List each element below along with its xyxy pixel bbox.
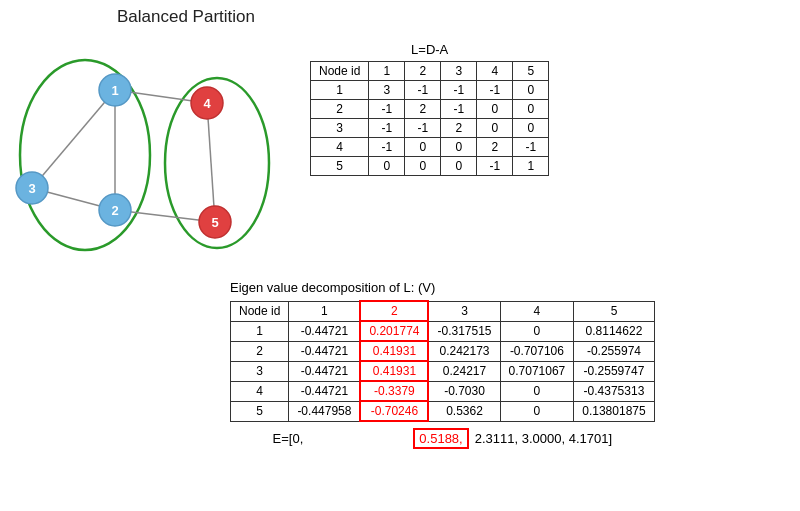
- graph-area: 1 2 3 4 5: [10, 35, 300, 275]
- eigen-footer-end: 2.3111, 3.0000, 4.1701]: [475, 431, 612, 446]
- eigen-title: Eigen value decomposition of L: (V): [230, 280, 655, 295]
- eigen-cell-0-3: -0.317515: [428, 321, 500, 341]
- eigen-table: Node id 1 2 3 4 5 1-0.447210.201774-0.31…: [230, 300, 655, 422]
- matrix-row-4: 4-1002-1: [311, 138, 549, 157]
- matrix-cell-0-4: -1: [477, 81, 513, 100]
- matrix-cell-3-2: 0: [405, 138, 441, 157]
- eigen-footer-highlight: 0.5188,: [413, 428, 468, 449]
- eigen-cell-1-0: 2: [231, 341, 289, 361]
- matrix-cell-2-1: -1: [369, 119, 405, 138]
- matrix-row-2: 2-12-100: [311, 100, 549, 119]
- eigen-cell-0-0: 1: [231, 321, 289, 341]
- eigen-cell-2-3: 0.24217: [428, 361, 500, 381]
- matrix-cell-0-3: -1: [441, 81, 477, 100]
- eigen-cell-4-4: 0: [500, 401, 574, 421]
- eigen-cell-3-0: 4: [231, 381, 289, 401]
- matrix-col-header-4: 4: [477, 62, 513, 81]
- eigen-col-header-5: 5: [574, 301, 654, 321]
- eigen-cell-0-5: 0.8114622: [574, 321, 654, 341]
- graph-svg: 1 2 3 4 5: [10, 35, 300, 275]
- eigen-cell-1-5: -0.255974: [574, 341, 654, 361]
- matrix-cell-3-0: 4: [311, 138, 369, 157]
- matrix-cell-4-4: -1: [477, 157, 513, 176]
- matrix-cell-4-3: 0: [441, 157, 477, 176]
- edge-4-5: [207, 103, 215, 222]
- eigen-cell-4-1: -0.447958: [289, 401, 361, 421]
- matrix-col-header-nodeid: Node id: [311, 62, 369, 81]
- matrix-header-row: Node id 1 2 3 4 5: [311, 62, 549, 81]
- matrix-cell-4-1: 0: [369, 157, 405, 176]
- eigen-row-5: 5-0.447958-0.702460.536200.13801875: [231, 401, 655, 421]
- matrix-cell-3-4: 2: [477, 138, 513, 157]
- matrix-cell-1-1: -1: [369, 100, 405, 119]
- eigen-cell-2-1: -0.44721: [289, 361, 361, 381]
- node-2-label: 2: [111, 203, 118, 218]
- eigen-cell-1-1: -0.44721: [289, 341, 361, 361]
- eigen-cell-4-0: 5: [231, 401, 289, 421]
- matrix-cell-1-2: 2: [405, 100, 441, 119]
- eigen-section: Eigen value decomposition of L: (V) Node…: [230, 280, 655, 449]
- eigen-cell-1-3: 0.242173: [428, 341, 500, 361]
- page-title: Balanced Partition: [117, 7, 255, 27]
- node-1-label: 1: [111, 83, 118, 98]
- eigen-footer: E=[0,0.5188,2.3111, 3.0000, 4.1701]: [230, 428, 655, 449]
- eigen-cell-2-2: 0.41931: [360, 361, 428, 381]
- laplacian-matrix-table: Node id 1 2 3 4 5 13-1-1-102-12-1003-1-1…: [310, 61, 549, 176]
- eigen-col-header-nodeid: Node id: [231, 301, 289, 321]
- eigen-footer-start: E=[0,: [273, 431, 304, 446]
- eigen-row-1: 1-0.447210.201774-0.31751500.8114622: [231, 321, 655, 341]
- matrix-title: L=D-A: [310, 42, 549, 57]
- matrix-cell-2-2: -1: [405, 119, 441, 138]
- eigen-row-3: 3-0.447210.419310.242170.7071067-0.25597…: [231, 361, 655, 381]
- eigen-row-4: 4-0.44721-0.3379-0.70300-0.4375313: [231, 381, 655, 401]
- eigen-row-2: 2-0.447210.419310.242173-0.707106-0.2559…: [231, 341, 655, 361]
- eigen-cell-1-4: -0.707106: [500, 341, 574, 361]
- eigen-cell-0-4: 0: [500, 321, 574, 341]
- matrix-col-header-5: 5: [513, 62, 549, 81]
- eigen-col-header-3: 3: [428, 301, 500, 321]
- matrix-cell-1-4: 0: [477, 100, 513, 119]
- edge-1-3: [32, 90, 115, 188]
- eigen-col-header-2: 2: [360, 301, 428, 321]
- matrix-cell-0-2: -1: [405, 81, 441, 100]
- eigen-body: 1-0.447210.201774-0.31751500.81146222-0.…: [231, 321, 655, 421]
- matrix-col-header-3: 3: [441, 62, 477, 81]
- matrix-section: L=D-A Node id 1 2 3 4 5 13-1-1-102-12-10…: [310, 42, 549, 176]
- eigen-cell-4-2: -0.70246: [360, 401, 428, 421]
- matrix-cell-2-4: 0: [477, 119, 513, 138]
- matrix-cell-0-5: 0: [513, 81, 549, 100]
- eigen-cell-3-4: 0: [500, 381, 574, 401]
- matrix-cell-1-0: 2: [311, 100, 369, 119]
- matrix-cell-1-5: 0: [513, 100, 549, 119]
- matrix-row-1: 13-1-1-10: [311, 81, 549, 100]
- eigen-header-row: Node id 1 2 3 4 5: [231, 301, 655, 321]
- eigen-cell-3-3: -0.7030: [428, 381, 500, 401]
- matrix-cell-3-5: -1: [513, 138, 549, 157]
- matrix-body: 13-1-1-102-12-1003-1-12004-1002-15000-11: [311, 81, 549, 176]
- matrix-cell-4-0: 5: [311, 157, 369, 176]
- matrix-cell-2-5: 0: [513, 119, 549, 138]
- matrix-cell-4-2: 0: [405, 157, 441, 176]
- matrix-row-3: 3-1-1200: [311, 119, 549, 138]
- eigen-col-header-1: 1: [289, 301, 361, 321]
- eigen-cell-4-5: 0.13801875: [574, 401, 654, 421]
- eigen-cell-1-2: 0.41931: [360, 341, 428, 361]
- eigen-cell-2-4: 0.7071067: [500, 361, 574, 381]
- eigen-cell-2-0: 3: [231, 361, 289, 381]
- matrix-cell-2-0: 3: [311, 119, 369, 138]
- eigen-cell-3-1: -0.44721: [289, 381, 361, 401]
- matrix-cell-3-1: -1: [369, 138, 405, 157]
- matrix-col-header-2: 2: [405, 62, 441, 81]
- eigen-col-header-4: 4: [500, 301, 574, 321]
- matrix-cell-3-3: 0: [441, 138, 477, 157]
- eigen-cell-2-5: -0.2559747: [574, 361, 654, 381]
- eigen-cell-3-5: -0.4375313: [574, 381, 654, 401]
- matrix-cell-4-5: 1: [513, 157, 549, 176]
- matrix-cell-1-3: -1: [441, 100, 477, 119]
- node-5-label: 5: [211, 215, 218, 230]
- eigen-cell-0-1: -0.44721: [289, 321, 361, 341]
- eigen-cell-3-2: -0.3379: [360, 381, 428, 401]
- eigen-cell-0-2: 0.201774: [360, 321, 428, 341]
- eigen-cell-4-3: 0.5362: [428, 401, 500, 421]
- node-3-label: 3: [28, 181, 35, 196]
